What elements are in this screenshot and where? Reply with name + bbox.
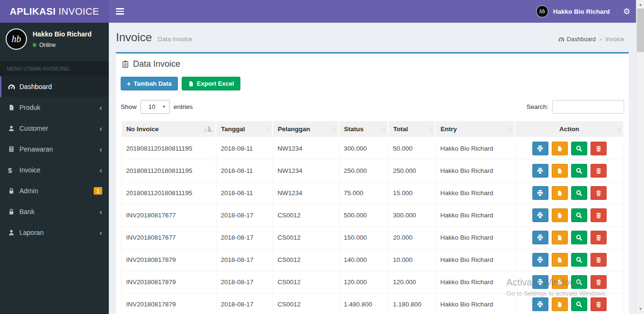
- settings-gear-icon[interactable]: ⚙: [623, 8, 630, 16]
- sidebar-item-customer[interactable]: Customer ‹: [0, 118, 109, 139]
- scrollbar-thumb[interactable]: [637, 9, 644, 52]
- delete-button[interactable]: [591, 275, 607, 289]
- print-button[interactable]: [532, 231, 548, 244]
- view-button[interactable]: [571, 142, 587, 155]
- cell-entry: Hakko Bio Richard: [435, 204, 515, 226]
- sidebar-item-laporan[interactable]: Laporan ‹: [0, 222, 109, 243]
- cell-pelanggan: CS0012: [273, 204, 339, 226]
- cell-entry: Hakko Bio Richard: [435, 160, 515, 182]
- delete-button[interactable]: [591, 186, 607, 200]
- top-navbar: APLIKASI INVOICE hb Hakko Bio Richard ⚙: [0, 0, 636, 23]
- view-button[interactable]: [571, 275, 587, 289]
- sidebar-item-produk[interactable]: Produk ‹: [0, 97, 109, 118]
- view-button[interactable]: [571, 297, 587, 311]
- file-button[interactable]: [552, 231, 568, 244]
- cell-status: 500.000: [339, 204, 388, 226]
- plus-icon: +: [127, 80, 131, 88]
- breadcrumb-dashboard-link[interactable]: Dashboard: [558, 36, 596, 43]
- sidebar-item-dashboard[interactable]: Dashboard: [0, 76, 109, 97]
- cell-pelanggan: CS0012: [273, 249, 339, 271]
- table-controls: Show 10 ▼ entries Search:: [121, 100, 624, 114]
- file-icon: [556, 301, 563, 308]
- print-button[interactable]: [532, 186, 548, 200]
- sidebar: hb Hakko Bio Richard Online MENU UTAMA I…: [0, 23, 109, 314]
- dashboard-icon: [558, 36, 565, 43]
- trash-icon: [595, 257, 602, 263]
- cell-no-invoice: INV20180817879: [121, 271, 216, 293]
- search-input[interactable]: [552, 100, 624, 114]
- excel-file-icon: [188, 81, 194, 87]
- col-entry[interactable]: Entry ↓↑: [435, 121, 515, 137]
- file-icon: [556, 212, 563, 219]
- breadcrumb-current: Invoice: [605, 36, 624, 43]
- table-row: 2018081120180811195 2018-08-11 NW1234 25…: [121, 160, 624, 182]
- online-status-dot: [33, 43, 36, 47]
- sidebar-item-label: Dashboard: [19, 83, 52, 90]
- print-button[interactable]: [532, 275, 548, 289]
- delete-button[interactable]: [591, 208, 607, 222]
- col-tanggal[interactable]: Tanggal ↓↑: [216, 121, 273, 137]
- cell-tanggal: 2018-08-17: [216, 249, 273, 271]
- scroll-up-icon[interactable]: ▲: [636, 2, 644, 7]
- sidebar-item-bank[interactable]: Bank ‹: [0, 201, 109, 222]
- cell-total: 120.000: [388, 271, 435, 293]
- cell-tanggal: 2018-08-11: [216, 182, 273, 204]
- cell-action: [515, 226, 624, 249]
- view-button[interactable]: [571, 164, 587, 178]
- print-button[interactable]: [532, 297, 548, 311]
- sidebar-item-invoice[interactable]: $ Invoice ‹: [0, 160, 109, 180]
- vertical-scrollbar[interactable]: ▲ ▼: [636, 0, 644, 314]
- app-logo[interactable]: APLIKASI INVOICE: [0, 0, 109, 23]
- delete-button[interactable]: [591, 164, 607, 178]
- col-status[interactable]: Status ↓↑: [339, 121, 388, 137]
- select-arrow-icon: ▼: [162, 105, 166, 109]
- col-no-invoice[interactable]: No Invoice ↓: [121, 121, 216, 137]
- delete-button[interactable]: [591, 297, 607, 311]
- chevron-left-icon: ‹: [99, 166, 102, 174]
- cell-entry: Hakko Bio Richard: [435, 226, 515, 249]
- sidebar-item-admin[interactable]: Admin 1: [0, 180, 109, 201]
- trash-icon: [595, 234, 602, 241]
- print-button[interactable]: [532, 142, 548, 155]
- navbar-avatar[interactable]: hb: [536, 5, 548, 18]
- print-button[interactable]: [532, 164, 548, 178]
- view-button[interactable]: [571, 186, 587, 200]
- delete-button[interactable]: [591, 231, 607, 244]
- page-size-select[interactable]: 10 ▼: [141, 100, 170, 114]
- cell-action: [515, 204, 624, 226]
- sidebar-item-penawaran[interactable]: Penawaran ‹: [0, 139, 109, 160]
- clipboard-icon: [122, 60, 129, 68]
- export-excel-button[interactable]: Export Excel: [182, 77, 240, 90]
- view-button[interactable]: [571, 208, 587, 222]
- cell-tanggal: 2018-08-17: [216, 271, 273, 293]
- view-button[interactable]: [571, 253, 587, 267]
- search-label: Search:: [526, 103, 548, 110]
- table-row: INV20180817879 2018-08-17 CS0012 1.480.8…: [121, 293, 624, 314]
- file-button[interactable]: [552, 208, 568, 222]
- col-action[interactable]: Action ↓↑: [515, 121, 624, 137]
- scroll-down-icon[interactable]: ▼: [636, 307, 644, 311]
- print-button[interactable]: [532, 208, 548, 222]
- file-button[interactable]: [552, 253, 568, 267]
- view-button[interactable]: [571, 231, 587, 244]
- cell-action: [515, 249, 624, 271]
- delete-button[interactable]: [591, 253, 607, 267]
- printer-icon: [537, 256, 544, 263]
- delete-button[interactable]: [591, 142, 607, 155]
- sort-amount-icon: ↓: [204, 126, 212, 133]
- sidebar-toggle-button[interactable]: [116, 0, 135, 23]
- print-button[interactable]: [532, 253, 548, 267]
- col-total[interactable]: Total ↓↑: [388, 121, 435, 137]
- file-button[interactable]: [552, 142, 568, 155]
- navbar-user-name[interactable]: Hakko Bio Richard: [553, 8, 610, 15]
- file-icon: [8, 104, 19, 111]
- file-button[interactable]: [552, 275, 568, 289]
- file-button[interactable]: [552, 297, 568, 311]
- cell-action: [515, 182, 624, 204]
- col-pelanggan[interactable]: Pelanggan ↓↑: [273, 121, 339, 137]
- printer-icon: [537, 189, 544, 197]
- file-button[interactable]: [552, 164, 568, 178]
- file-button[interactable]: [552, 186, 568, 200]
- tambah-data-button[interactable]: + Tambah Data: [121, 77, 178, 90]
- user-avatar: hb: [6, 28, 27, 50]
